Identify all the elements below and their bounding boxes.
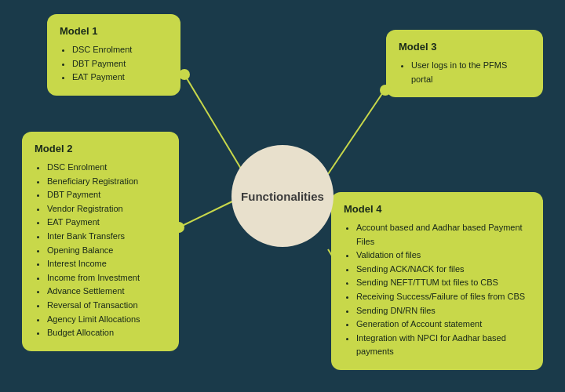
list-item: Beneficiary Registration [47, 175, 166, 189]
list-item: Interest Income [47, 257, 166, 271]
list-item: EAT Payment [72, 71, 168, 85]
center-label: Functionalities [241, 190, 324, 203]
list-item: Income from Investment [47, 271, 166, 285]
model2-card: Model 2 DSC Enrolment Beneficiary Regist… [22, 132, 179, 351]
list-item: Reversal of Transaction [47, 299, 166, 313]
list-item: DBT Payment [47, 188, 166, 202]
model4-card: Model 4 Account based and Aadhar based P… [331, 192, 543, 370]
list-item: Sending DN/RN files [356, 304, 530, 318]
list-item: Advance Settlement [47, 285, 166, 299]
list-item: Inter Bank Transfers [47, 230, 166, 244]
svg-line-0 [184, 74, 243, 172]
model4-list: Account based and Aadhar based Payment F… [344, 221, 530, 359]
list-item: Validation of files [356, 249, 530, 263]
connector-dot-model4 [348, 285, 359, 296]
list-item: Sending ACK/NACK for files [356, 263, 530, 277]
list-item: Receiving Success/Failure of files from … [356, 290, 530, 304]
svg-line-2 [328, 90, 385, 174]
svg-line-1 [179, 200, 235, 227]
list-item: User logs in to the PFMS portal [411, 59, 530, 86]
list-item: Opening Balance [47, 244, 166, 258]
list-item: Integration with NPCI for Aadhar based p… [356, 332, 530, 359]
model1-card: Model 1 DSC Enrolment DBT Payment EAT Pa… [47, 14, 180, 96]
model4-title: Model 4 [344, 203, 530, 215]
list-item: EAT Payment [47, 216, 166, 230]
connector-dot-model1 [179, 69, 190, 80]
model2-list: DSC Enrolment Beneficiary Registration D… [35, 161, 166, 340]
list-item: Agency Limit Allocations [47, 313, 166, 327]
list-item: DSC Enrolment [72, 43, 168, 57]
connector-dot-model2 [173, 222, 184, 233]
list-item: Generation of Account statement [356, 318, 530, 332]
model3-list: User logs in to the PFMS portal [399, 59, 530, 86]
model1-title: Model 1 [60, 25, 168, 37]
model2-title: Model 2 [35, 143, 166, 154]
list-item: Budget Allocation [47, 326, 166, 340]
model1-list: DSC Enrolment DBT Payment EAT Payment [60, 43, 168, 85]
list-item: DSC Enrolment [47, 161, 166, 175]
list-item: Sending NEFT/TTUM txt files to CBS [356, 276, 530, 290]
list-item: Vendor Registration [47, 202, 166, 216]
list-item: Account based and Aadhar based Payment F… [356, 221, 530, 249]
list-item: DBT Payment [72, 57, 168, 71]
connector-dot-model3 [380, 85, 391, 96]
model3-title: Model 3 [399, 41, 530, 53]
center-circle: Functionalities [231, 145, 334, 247]
model3-card: Model 3 User logs in to the PFMS portal [386, 30, 543, 97]
